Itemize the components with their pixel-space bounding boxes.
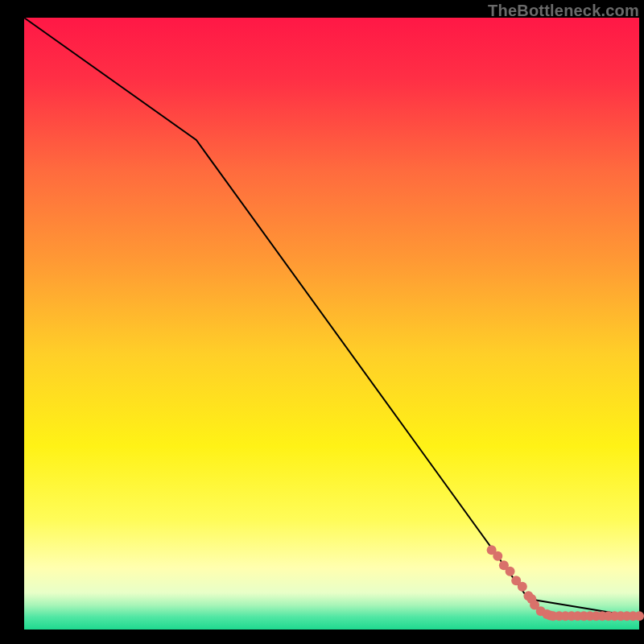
chart-root: TheBottleneck.com <box>0 0 644 644</box>
watermark-label: TheBottleneck.com <box>488 2 639 20</box>
marker-point <box>518 582 527 592</box>
plot-background <box>24 18 639 630</box>
marker-point <box>506 567 515 576</box>
marker-point <box>634 611 644 621</box>
chart-svg <box>0 0 644 644</box>
marker-point <box>493 551 502 561</box>
